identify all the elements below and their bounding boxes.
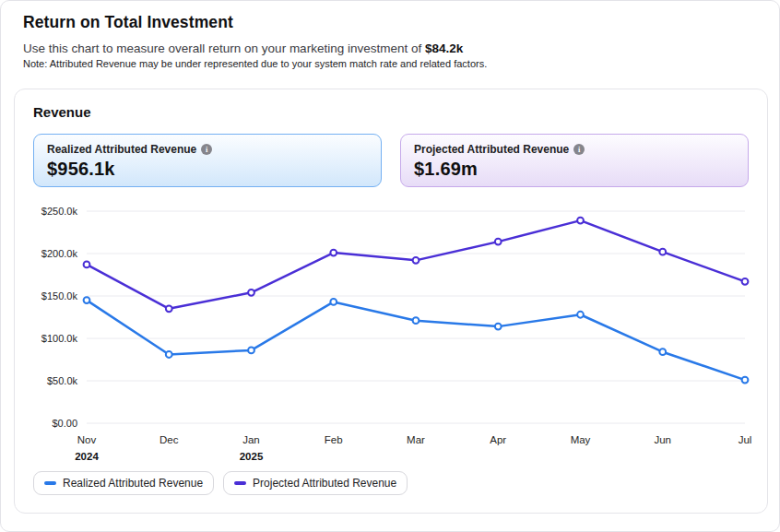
y-axis-tick-label: $100.0k — [41, 333, 78, 344]
revenue-heading: Revenue — [33, 104, 749, 120]
note-text: Note: Attributed Revenue may be under re… — [23, 58, 757, 69]
legend-label-realized: Realized Attributed Revenue — [63, 477, 203, 490]
realized-stat-label: Realized Attributed Revenue — [47, 143, 196, 156]
data-point[interactable] — [659, 349, 666, 355]
projected-stat-value: $1.69m — [414, 159, 735, 180]
data-point[interactable] — [495, 324, 502, 330]
projected-stat-label: Projected Attributed Revenue — [414, 143, 569, 156]
y-axis-tick-label: $250.0k — [41, 206, 78, 217]
panel-header: Return on Total Investment Use this char… — [1, 1, 779, 69]
y-axis-tick-label: $150.0k — [41, 290, 78, 301]
legend-item-projected[interactable]: Projected Attributed Revenue — [223, 471, 408, 495]
y-axis-tick-label: $50.0k — [47, 375, 78, 386]
stat-label-row: Projected Attributed Revenue — [414, 143, 735, 156]
x-axis-tick-label: Dec — [160, 434, 179, 445]
data-point[interactable] — [166, 305, 172, 312]
realized-stat-value: $956.1k — [47, 159, 368, 180]
data-point[interactable] — [577, 312, 584, 318]
revenue-line-chart[interactable]: $0.00$50.0k$100.0k$150.0k$200.0k$250.0kN… — [33, 202, 750, 464]
description-prefix: Use this chart to measure overall return… — [23, 41, 425, 55]
x-axis-year-label: 2025 — [240, 451, 264, 462]
data-point[interactable] — [248, 347, 254, 353]
info-icon[interactable] — [201, 144, 212, 155]
x-axis-year-label: 2024 — [75, 451, 99, 462]
info-icon[interactable] — [573, 144, 585, 155]
data-point[interactable] — [413, 317, 420, 324]
series-line — [87, 301, 745, 380]
x-axis-tick-label: Apr — [490, 434, 506, 445]
investment-amount: $84.2k — [425, 41, 463, 55]
data-point[interactable] — [330, 299, 337, 305]
data-point[interactable] — [742, 278, 749, 285]
page-title: Return on Total Investment — [23, 13, 757, 32]
x-axis-tick-label: Jan — [242, 434, 260, 445]
legend-item-realized[interactable]: Realized Attributed Revenue — [33, 471, 214, 495]
data-point[interactable] — [84, 297, 90, 303]
x-axis-tick-label: Mar — [407, 434, 425, 445]
data-point[interactable] — [742, 377, 749, 384]
x-axis-tick-label: Jul — [739, 434, 752, 445]
data-point[interactable] — [413, 257, 420, 264]
data-point[interactable] — [84, 262, 90, 268]
data-point[interactable] — [248, 290, 254, 296]
data-point[interactable] — [495, 239, 502, 245]
x-axis-tick-label: Nov — [77, 434, 97, 445]
x-axis-tick-label: Feb — [325, 434, 343, 445]
revenue-chart[interactable]: $0.00$50.0k$100.0k$150.0k$200.0k$250.0kN… — [33, 202, 749, 464]
description-text: Use this chart to measure overall return… — [23, 41, 757, 55]
data-point[interactable] — [659, 249, 666, 255]
chart-legend: Realized Attributed Revenue Projected At… — [33, 471, 749, 495]
stat-card-row: Realized Attributed Revenue $956.1k Proj… — [33, 134, 749, 187]
data-point[interactable] — [166, 351, 172, 358]
revenue-card: Revenue Realized Attributed Revenue $956… — [14, 89, 768, 514]
x-axis-tick-label: May — [571, 434, 591, 445]
projected-series-swatch — [234, 481, 246, 485]
x-axis-tick-label: Jun — [654, 434, 671, 445]
stat-label-row: Realized Attributed Revenue — [47, 143, 368, 156]
y-axis-tick-label: $0.00 — [52, 418, 77, 429]
realized-series-swatch — [44, 481, 56, 485]
projected-revenue-stat-card: Projected Attributed Revenue $1.69m — [400, 134, 749, 187]
data-point[interactable] — [330, 250, 337, 256]
legend-label-projected: Projected Attributed Revenue — [253, 477, 396, 490]
series-line — [87, 220, 745, 309]
data-point[interactable] — [577, 218, 584, 224]
return-on-investment-panel: Return on Total Investment Use this char… — [0, 0, 780, 532]
y-axis-tick-label: $200.0k — [41, 248, 78, 259]
realized-revenue-stat-card: Realized Attributed Revenue $956.1k — [33, 134, 382, 187]
